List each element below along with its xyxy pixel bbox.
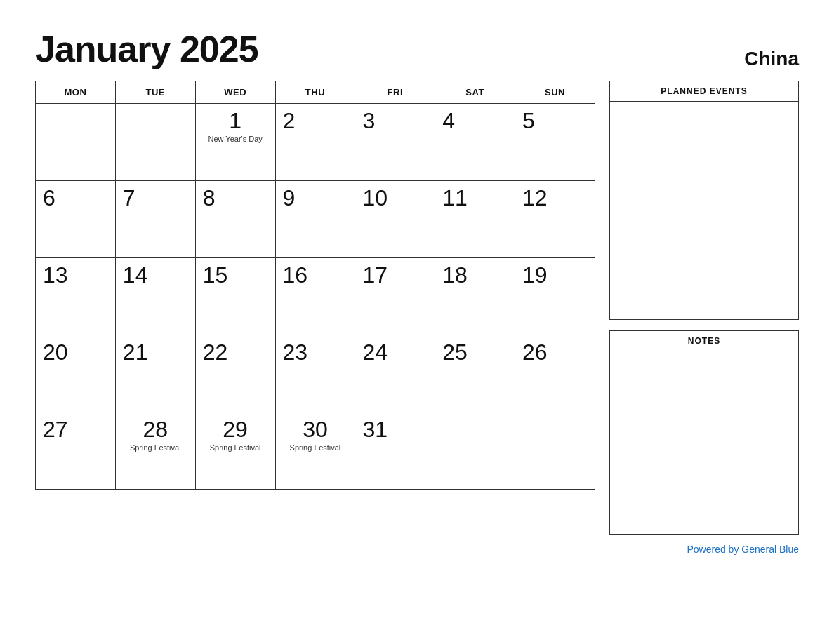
calendar-cell [515,412,595,490]
day-number: 1 [203,109,268,132]
day-number: 17 [362,264,428,286]
month-year-title: January 2025 [35,28,258,70]
calendar-cell: 22 [195,335,275,412]
day-number: 22 [203,341,268,363]
day-number: 4 [442,109,508,132]
day-number: 27 [43,418,108,441]
calendar-cell: 20 [36,335,116,412]
event-label: New Year's Day [203,135,268,143]
calendar-cell: 26 [515,335,595,412]
day-number: 29 [203,418,268,441]
planned-events-content [610,102,798,319]
calendar-cell: 1New Year's Day [195,104,275,181]
day-number: 18 [442,264,508,286]
calendar-cell: 27 [36,412,116,490]
notes-content [610,351,798,534]
calendar-cell: 29Spring Festival [195,412,275,490]
calendar-cell: 2 [275,104,355,181]
day-number: 11 [442,187,508,209]
calendar-cell: 5 [515,104,595,181]
powered-by-link[interactable]: Powered by General Blue [687,544,799,555]
calendar-cell [36,104,116,181]
day-number: 21 [123,341,188,363]
country-title: China [744,48,799,70]
col-tue: TUE [115,81,195,104]
day-number: 8 [203,187,268,209]
day-number: 30 [283,418,348,441]
calendar-section: MON TUE WED THU FRI SAT SUN 1New Year's … [35,81,595,535]
calendar-cell: 23 [275,335,355,412]
day-number: 10 [362,187,428,209]
calendar-cell: 9 [275,181,355,258]
planned-events-box: PLANNED EVENTS [609,81,799,320]
calendar-cell: 19 [515,258,595,335]
main-content: MON TUE WED THU FRI SAT SUN 1New Year's … [35,81,799,535]
calendar-cell: 14 [115,258,195,335]
col-mon: MON [36,81,116,104]
calendar-week-row: 6789101112 [36,181,595,258]
calendar-cell: 7 [115,181,195,258]
days-of-week-row: MON TUE WED THU FRI SAT SUN [36,81,595,104]
page: January 2025 China MON TUE WED THU FRI S… [0,0,834,644]
calendar-cell: 21 [115,335,195,412]
calendar-cell: 4 [435,104,515,181]
calendar-cell: 17 [355,258,435,335]
calendar-cell [115,104,195,181]
col-sat: SAT [435,81,515,104]
day-number: 14 [123,264,188,286]
day-number: 31 [362,418,428,441]
header: January 2025 China [35,28,799,70]
day-number: 6 [43,187,108,209]
day-number: 28 [123,418,188,441]
calendar-cell [435,412,515,490]
calendar-cell: 24 [355,335,435,412]
day-number: 24 [362,341,428,363]
day-number: 19 [522,264,588,286]
planned-events-title: PLANNED EVENTS [610,81,798,102]
calendar-week-row: 1New Year's Day2345 [36,104,595,181]
calendar-table: MON TUE WED THU FRI SAT SUN 1New Year's … [35,81,595,490]
calendar-week-row: 2728Spring Festival29Spring Festival30Sp… [36,412,595,490]
footer: Powered by General Blue [35,543,799,556]
day-number: 12 [522,187,588,209]
day-number: 3 [362,109,428,132]
day-number: 9 [283,187,348,209]
calendar-cell: 12 [515,181,595,258]
calendar-cell: 30Spring Festival [275,412,355,490]
col-wed: WED [195,81,275,104]
day-number: 16 [283,264,348,286]
sidebar: PLANNED EVENTS NOTES [609,81,799,535]
event-label: Spring Festival [123,443,188,452]
calendar-cell: 31 [355,412,435,490]
col-sun: SUN [515,81,595,104]
day-number: 15 [203,264,268,286]
calendar-cell: 15 [195,258,275,335]
calendar-cell: 3 [355,104,435,181]
calendar-week-row: 13141516171819 [36,258,595,335]
calendar-cell: 16 [275,258,355,335]
day-number: 13 [43,264,108,286]
day-number: 26 [522,341,588,363]
calendar-cell: 11 [435,181,515,258]
col-thu: THU [275,81,355,104]
calendar-cell: 10 [355,181,435,258]
day-number: 20 [43,341,108,363]
calendar-cell: 6 [36,181,116,258]
col-fri: FRI [355,81,435,104]
day-number: 25 [442,341,508,363]
calendar-cell: 18 [435,258,515,335]
event-label: Spring Festival [203,443,268,452]
calendar-cell: 28Spring Festival [115,412,195,490]
day-number: 2 [283,109,348,132]
day-number: 23 [283,341,348,363]
event-label: Spring Festival [283,443,348,452]
day-number: 5 [522,109,588,132]
calendar-cell: 8 [195,181,275,258]
calendar-cell: 25 [435,335,515,412]
calendar-week-row: 20212223242526 [36,335,595,412]
day-number: 7 [123,187,188,209]
calendar-cell: 13 [36,258,116,335]
notes-box: NOTES [609,330,799,535]
notes-title: NOTES [610,331,798,351]
